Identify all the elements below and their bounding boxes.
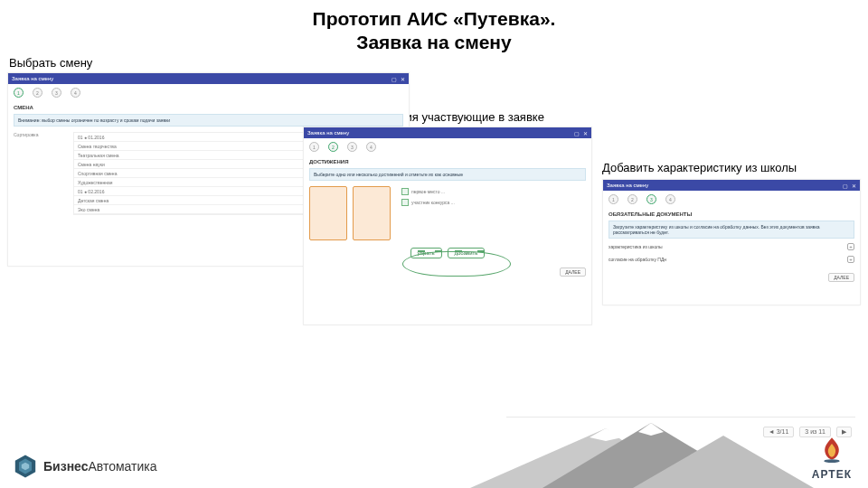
upload-button[interactable]: + [847, 256, 854, 263]
window-title: Заявка на смену [307, 130, 349, 136]
step-4[interactable]: 4 [665, 194, 675, 204]
logo-artek: АРТЕК [812, 436, 852, 481]
close-icon[interactable]: ✕ [401, 76, 405, 82]
window-controls[interactable]: ▢✕ [392, 76, 405, 82]
section-heading: СМЕНА [14, 105, 403, 110]
info-strip: Загрузите характеристику из школы и согл… [609, 221, 854, 239]
add-button[interactable]: добавить [448, 248, 486, 258]
step-2[interactable]: 2 [328, 142, 338, 152]
hexagon-icon [13, 454, 38, 479]
selected-item[interactable]: участник конкурса ... [401, 197, 586, 208]
achievement-card[interactable] [353, 186, 391, 240]
slide-title: Прототип АИС «Путевка». Заявка на смену [0, 0, 868, 61]
remove-button[interactable]: убрать [410, 248, 442, 258]
window-titlebar: Заявка на смену ▢✕ [603, 180, 860, 191]
wizard-steps: 1 2 3 4 [603, 191, 860, 208]
caption-add-school: Добавить характеристику из школы [602, 161, 797, 174]
sort-sidebar: Сортировка [14, 132, 68, 215]
screenshot-achievements: Заявка на смену ▢✕ 1 2 3 4 ДОСТИЖЕНИЯ Вы… [303, 127, 592, 325]
expand-icon[interactable]: ▢ [843, 183, 848, 189]
window-titlebar: Заявка на смену ▢✕ [8, 73, 409, 84]
section-heading: ОБЯЗАТЕЛЬНЫЕ ДОКУМЕНТЫ [609, 211, 854, 217]
selected-item[interactable]: первое место ... [401, 186, 586, 197]
caption-choose-shift: Выбрать смену [9, 56, 92, 70]
step-1[interactable]: 1 [14, 88, 24, 98]
close-icon[interactable]: ✕ [852, 183, 856, 189]
wizard-steps: 1 2 3 4 [304, 138, 591, 155]
screenshot-documents: Заявка на смену ▢✕ 1 2 3 4 ОБЯЗАТЕЛЬНЫЕ … [602, 179, 861, 305]
info-strip: Внимание: выбор смены ограничен по возра… [14, 114, 403, 127]
sort-label: Сортировка [14, 132, 68, 137]
info-strip: Выберите одно или несколько достижений и… [309, 168, 586, 181]
svg-point-8 [824, 459, 839, 463]
window-controls[interactable]: ▢✕ [843, 183, 856, 189]
document-label: характеристика из школы [609, 244, 663, 249]
slide-footer: БизнесАвтоматика АРТЕК [0, 425, 868, 488]
logo-label: АРТЕК [812, 468, 852, 481]
upload-button[interactable]: + [847, 243, 854, 250]
document-row: характеристика из школы + [603, 240, 860, 253]
logo-text: БизнесАвтоматика [43, 459, 157, 474]
window-title: Заявка на смену [12, 76, 53, 81]
step-2[interactable]: 2 [627, 194, 637, 204]
document-label: согласие на обработку ПДн [609, 257, 666, 262]
step-3[interactable]: 3 [347, 142, 357, 152]
step-1[interactable]: 1 [609, 194, 618, 204]
transfer-buttons: убрать добавить [304, 248, 591, 258]
step-1[interactable]: 1 [309, 142, 319, 152]
achievement-card[interactable] [309, 186, 347, 240]
next-button[interactable]: ДАЛЕЕ [828, 273, 854, 282]
wizard-steps: 1 2 3 4 [8, 84, 409, 101]
title-line-2: Заявка на смену [0, 31, 868, 54]
expand-icon[interactable]: ▢ [574, 130, 580, 136]
step-3[interactable]: 3 [52, 88, 61, 98]
step-4[interactable]: 4 [366, 142, 376, 152]
step-2[interactable]: 2 [33, 88, 42, 98]
step-3[interactable]: 3 [646, 194, 656, 204]
expand-icon[interactable]: ▢ [392, 76, 397, 82]
achievement-cards [304, 183, 396, 244]
section-heading: ДОСТИЖЕНИЯ [309, 159, 586, 164]
selected-achievements: первое место ... участник конкурса ... [401, 186, 586, 240]
title-line-1: Прототип АИС «Путевка». [0, 7, 868, 31]
window-controls[interactable]: ▢✕ [574, 130, 588, 136]
window-titlebar: Заявка на смену ▢✕ [304, 127, 591, 138]
divider [506, 417, 855, 418]
flame-icon [820, 436, 844, 464]
next-button[interactable]: ДАЛЕЕ [560, 267, 586, 277]
window-title: Заявка на смену [607, 183, 648, 188]
logo-business-automation: БизнесАвтоматика [13, 454, 157, 479]
document-row: согласие на обработку ПДн + [603, 253, 860, 266]
step-4[interactable]: 4 [71, 88, 80, 98]
close-icon[interactable]: ✕ [583, 130, 588, 136]
